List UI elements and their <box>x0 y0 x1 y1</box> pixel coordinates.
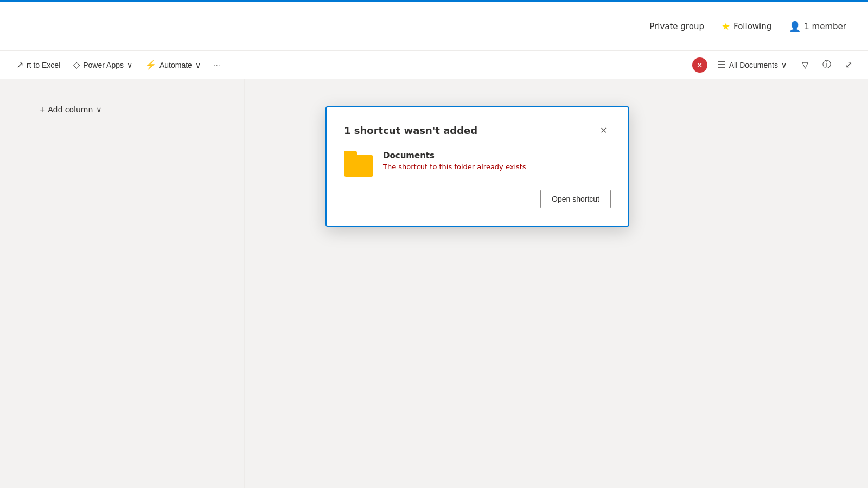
folder-info: Documents The shortcut to this folder al… <box>383 151 611 171</box>
close-circle-icon: ✕ <box>697 61 703 69</box>
filter-button[interactable]: ▽ <box>796 56 814 74</box>
power-apps-button[interactable]: ◇ Power Apps ∨ <box>68 56 138 73</box>
open-shortcut-label: Open shortcut <box>552 195 599 203</box>
main-content: + Add column ∨ 1 shortcut wasn't added ✕… <box>0 79 868 488</box>
filter-icon: ▽ <box>802 60 808 70</box>
automate-icon: ⚡ <box>145 60 156 70</box>
more-label: ··· <box>214 61 220 69</box>
export-excel-button[interactable]: ↗ rt to Excel <box>11 56 66 73</box>
close-circle-button[interactable]: ✕ <box>692 57 707 73</box>
dialog-header: 1 shortcut wasn't added ✕ <box>344 123 611 138</box>
folder-error-message: The shortcut to this folder already exis… <box>383 163 611 171</box>
info-button[interactable]: ⓘ <box>818 56 835 74</box>
dialog-close-icon: ✕ <box>600 125 607 136</box>
hamburger-icon: ☰ <box>717 59 726 71</box>
open-shortcut-button[interactable]: Open shortcut <box>540 190 611 208</box>
automate-chevron: ∨ <box>195 61 201 69</box>
member-label: 1 member <box>804 22 846 31</box>
all-docs-chevron: ∨ <box>781 61 787 69</box>
folder-icon-wrapper <box>344 151 374 177</box>
all-documents-label: All Documents <box>729 61 778 69</box>
export-label: rt to Excel <box>27 61 60 69</box>
dialog-footer: Open shortcut <box>344 190 611 208</box>
dialog-title: 1 shortcut wasn't added <box>344 125 477 136</box>
folder-name: Documents <box>383 151 611 160</box>
star-icon: ★ <box>722 21 730 32</box>
members-button[interactable]: 👤 1 member <box>789 21 846 32</box>
person-icon: 👤 <box>789 21 801 32</box>
folder-shape <box>344 155 373 177</box>
power-apps-chevron: ∨ <box>127 61 132 69</box>
automate-button[interactable]: ⚡ Automate ∨ <box>140 56 206 73</box>
dialog-close-button[interactable]: ✕ <box>596 123 611 138</box>
power-apps-icon: ◇ <box>73 60 80 70</box>
export-icon: ↗ <box>16 60 23 70</box>
all-documents-button[interactable]: ☰ All Documents ∨ <box>712 56 792 74</box>
folder-item-row: Documents The shortcut to this folder al… <box>344 151 611 177</box>
private-group-label: Private group <box>649 22 704 31</box>
info-icon: ⓘ <box>822 59 831 70</box>
automate-label: Automate <box>159 61 192 69</box>
add-column-button[interactable]: + Add column ∨ <box>33 101 108 118</box>
add-column-chevron: ∨ <box>96 105 101 114</box>
private-group-text: Private group <box>649 22 704 31</box>
header-actions: Private group ★ Following 👤 1 member <box>649 21 846 32</box>
power-apps-label: Power Apps <box>83 61 124 69</box>
add-column-label: + Add column <box>39 105 93 114</box>
command-bar: ↗ rt to Excel ◇ Power Apps ∨ ⚡ Automate … <box>0 51 868 79</box>
following-label: Following <box>733 22 771 31</box>
expand-button[interactable]: ⤢ <box>840 56 857 74</box>
expand-icon: ⤢ <box>845 60 852 70</box>
more-button[interactable]: ··· <box>208 57 226 73</box>
shortcut-error-dialog: 1 shortcut wasn't added ✕ Documents The … <box>326 106 629 227</box>
site-header: Private group ★ Following 👤 1 member <box>0 2 868 51</box>
toolbar-right: ✕ ☰ All Documents ∨ ▽ ⓘ ⤢ <box>692 56 857 74</box>
column-separator <box>244 79 245 488</box>
following-button[interactable]: ★ Following <box>722 21 771 32</box>
